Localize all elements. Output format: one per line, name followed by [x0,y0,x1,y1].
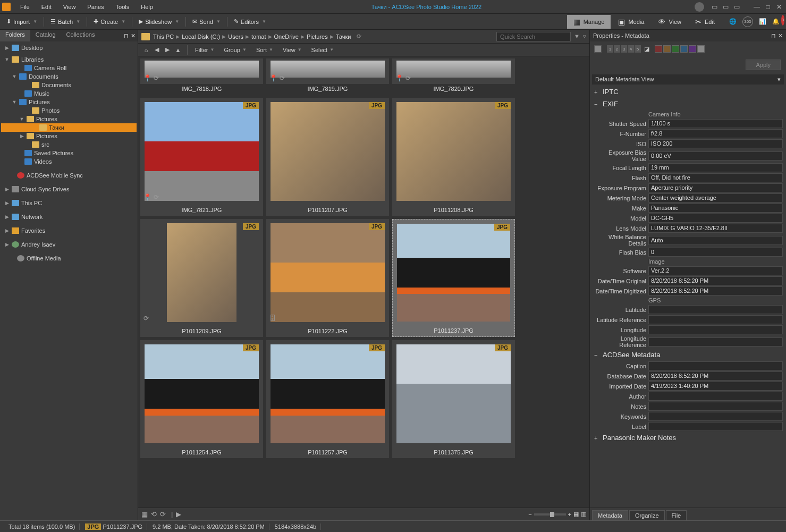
search-input[interactable] [496,32,571,41]
crumb-localdisk[interactable]: Local Disk (C:) [182,33,220,40]
refresh-icon[interactable]: ⟳ [357,33,361,40]
thumbnail[interactable]: JPGP1011208.JPG [392,98,515,216]
nav-back-icon[interactable]: ◀ [152,45,162,55]
tab-folders[interactable]: Folders [0,30,30,41]
tree-src[interactable]: src [1,140,137,149]
batch-button[interactable]: ☰ Batch▼ [47,16,83,27]
nav-up-icon[interactable]: ▲ [173,45,183,55]
mode-media[interactable]: ▣ Media [612,15,650,29]
menu-tools[interactable]: Tools [111,2,135,12]
prop-value[interactable] [648,402,783,411]
bb-icon-1[interactable]: ▦ [141,510,148,518]
section-acdsee[interactable]: −ACDSee Metadata [590,349,786,361]
crumb-users[interactable]: Users [228,33,243,40]
prop-value[interactable]: 1/100 s [648,119,783,128]
tree-saved[interactable]: Saved Pictures [1,149,137,157]
metadata-view-select[interactable]: Default Metadata View▾ [592,74,784,85]
tree-pictures2[interactable]: ▼Pictures [1,115,137,123]
send-button[interactable]: ✉ Send▼ [189,16,224,27]
prop-value[interactable]: Auto [648,236,783,245]
notifications-icon[interactable]: 🔔3 [772,16,783,27]
thumbnail[interactable]: 📍⟳ [140,58,263,84]
close-props-icon[interactable]: ✕ [778,32,783,39]
nav-home-icon[interactable]: ⌂ [141,45,151,55]
thumbnail[interactable]: JPGP1011375.JPG [392,340,515,458]
pin-props-icon[interactable]: ⊓ [771,32,776,39]
zoom-out-icon[interactable]: − [528,511,531,518]
group-dropdown[interactable]: Group▼ [221,46,250,54]
prop-value[interactable]: 8/20/2018 8:52:20 PM [648,276,783,285]
close-panel-icon[interactable]: ✕ [131,32,136,39]
menu-view[interactable]: View [58,2,81,12]
color-labels[interactable] [655,45,705,53]
prop-value[interactable]: Aperture priority [648,183,783,192]
prop-value[interactable]: 8/20/2018 8:52:20 PM [648,286,783,295]
select-dropdown[interactable]: Select▼ [308,46,337,54]
prop-value[interactable] [648,315,783,324]
create-button[interactable]: ✚ Create▼ [90,16,129,27]
maximize-button[interactable]: □ [763,3,773,11]
mode-manage[interactable]: ▦ Manage [567,15,611,29]
tree-documents-sub[interactable]: Documents [1,81,137,89]
bb-view1-icon[interactable]: ▦ [573,511,579,518]
thumbnail[interactable]: JPG⟳P1011209.JPG [140,219,263,337]
win-overlap2-icon[interactable]: ▭ [721,3,730,11]
tree-network[interactable]: ▶Network [1,213,137,221]
prop-value[interactable]: Off, Did not fire [648,173,783,182]
tree-music[interactable]: Music [1,89,137,98]
crumb-tachki[interactable]: Тачки [336,33,351,40]
tree-offline[interactable]: Offline Media [1,254,137,263]
tree-desktop[interactable]: ▶Desktop [1,44,137,52]
editors-button[interactable]: ✎ Editors▼ [231,16,269,27]
prop-value[interactable]: DC-GH5 [648,214,783,223]
prop-value[interactable] [648,305,783,314]
tree-libraries[interactable]: ▼Libraries [1,55,137,64]
prop-value[interactable] [648,337,783,347]
thumbnail[interactable]: JPGP1011257.JPG [266,340,389,458]
tree-documents[interactable]: ▼Documents [1,72,137,81]
tab-catalog[interactable]: Catalog [30,30,61,41]
menu-file[interactable]: File [15,2,35,12]
prop-value[interactable] [648,392,783,401]
search-dropdown-icon[interactable]: ▼ [574,33,580,40]
tree-videos[interactable]: Videos [1,157,137,166]
zoom-slider[interactable] [534,513,566,516]
globe-icon[interactable]: 🌐 [728,16,738,27]
mode-view[interactable]: 👁 View [652,15,688,29]
bb-icon-5[interactable]: ▶ [176,510,181,518]
prop-value[interactable]: 0.00 eV [648,151,783,161]
tree-favorites[interactable]: ▶Favorites [1,226,137,235]
section-panasonic[interactable]: +Panasonic Maker Notes [590,432,786,444]
prop-value[interactable]: LUMIX G VARIO 12-35/F2.8II [648,224,783,233]
win-overlap1-icon[interactable]: ▭ [709,3,719,11]
thumbnail[interactable]: JPG📍⟳IMG_7821.JPG [140,98,263,216]
tree-user[interactable]: ▶Andrey Isaev [1,240,137,249]
pin-icon[interactable]: ⊓ [124,32,129,39]
crumb-pictures[interactable]: Pictures [307,33,328,40]
btab-organize[interactable]: Organize [629,510,665,520]
sort-dropdown[interactable]: Sort▼ [253,46,276,54]
tree-mobile-sync[interactable]: ACDSee Mobile Sync [1,171,137,180]
bb-view2-icon[interactable]: ▥ [581,511,586,518]
close-button[interactable]: ✕ [774,3,784,11]
thumbnail[interactable]: JPGP1011207.JPG [266,98,389,216]
tree-this-pc[interactable]: ▶This PC [1,199,137,207]
minimize-button[interactable]: — [752,3,762,11]
prop-value[interactable] [648,325,783,334]
prop-value[interactable]: 19 mm [648,163,783,172]
tree-photos[interactable]: Photos [1,106,137,115]
thumbnail[interactable]: JPG🗄P1011222.JPG [266,219,389,337]
bb-icon-4[interactable]: | [171,510,173,518]
tree-pictures3[interactable]: ▶Pictures [1,132,137,140]
menu-panes[interactable]: Panes [82,2,109,12]
mode-edit[interactable]: ✂ Edit [689,15,721,29]
section-iptc[interactable]: +IPTC [590,86,786,98]
dashboard-icon[interactable]: 📊 [757,16,768,27]
rating-clear-icon[interactable]: ◪ [644,46,649,53]
thumbnail[interactable]: 📍⟳ [266,58,389,84]
section-exif[interactable]: −EXIF [590,98,786,110]
btab-metadata[interactable]: Metadata [592,510,628,520]
prop-value[interactable] [648,412,783,421]
view-dropdown[interactable]: View▼ [280,46,305,54]
crumb-thispc[interactable]: This PC [153,33,174,40]
